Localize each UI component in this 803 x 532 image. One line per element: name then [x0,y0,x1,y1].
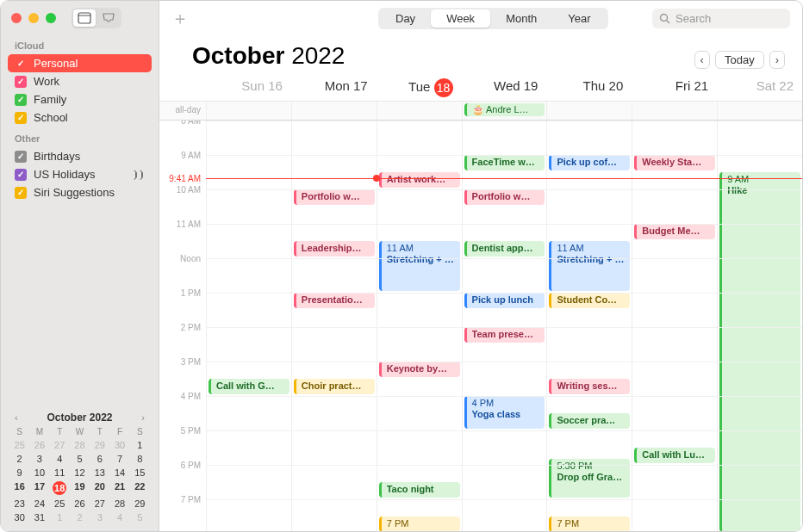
calendar-item[interactable]: ✓US Holidays⦘⦘ [8,165,152,183]
mini-day[interactable]: 23 [9,498,29,509]
day-column[interactable]: Call with G… [206,121,291,531]
calendar-event[interactable]: 11 AM Stretching + weights [549,241,630,291]
day-header[interactable]: Tue 18 [377,73,462,101]
calendar-list-icon[interactable] [73,9,96,27]
zoom-button[interactable] [46,13,56,23]
day-column[interactable]: Weekly Sta…Budget Me…Call with Lu… [632,121,717,531]
calendar-item[interactable]: ✓Birthdays [8,147,152,165]
mini-day[interactable]: 6 [90,454,109,464]
mini-day[interactable]: 26 [70,498,90,509]
calendar-event[interactable]: Leadership… [294,241,375,257]
calendar-event[interactable]: Presentatio… [294,293,375,308]
day-column[interactable]: FaceTime w…Portfolio w…Dentist app…Pick … [462,121,547,531]
mini-day[interactable]: 30 [109,440,129,450]
allday-cell[interactable] [632,102,717,120]
add-event-button[interactable]: ＋ [171,7,189,30]
calendar-item[interactable]: ✓Family [8,90,152,108]
calendar-checkbox[interactable]: ✓ [15,94,27,106]
calendar-item[interactable]: ✓Work [8,72,152,90]
allday-cell[interactable] [291,102,377,120]
calendar-checkbox[interactable]: ✓ [15,169,27,181]
allday-cell[interactable]: 🎂 Andre L… [462,102,547,120]
calendar-checkbox[interactable]: ✓ [15,112,27,124]
mini-day[interactable]: 24 [29,498,49,509]
day-column[interactable]: 9 AM Hike [717,121,802,531]
calendar-item[interactable]: ✓Personal [8,54,152,72]
mini-day[interactable]: 1 [50,512,70,523]
day-column[interactable]: Portfolio w…Leadership…Presentatio…Choir… [291,121,377,531]
mini-day[interactable]: 5 [130,512,150,523]
calendar-checkbox[interactable]: ✓ [15,151,27,163]
next-week-button[interactable]: › [769,51,785,69]
calendar-checkbox[interactable]: ✓ [15,187,27,199]
calendar-event[interactable]: Writing ses… [549,379,630,394]
mini-day[interactable]: 20 [90,481,109,495]
mini-day[interactable]: 17 [29,481,49,495]
mini-day[interactable]: 15 [130,467,150,478]
close-button[interactable] [11,13,22,23]
mini-day[interactable]: 5 [70,454,90,464]
minimize-button[interactable] [28,13,39,23]
mini-day[interactable]: 2 [70,512,90,523]
allday-event[interactable]: 🎂 Andre L… [464,103,545,116]
mini-prev-button[interactable]: ‹ [11,412,22,423]
mini-day[interactable]: 16 [9,481,29,495]
calendar-item[interactable]: ✓Siri Suggestions [8,183,152,201]
mini-day[interactable]: 2 [9,454,29,464]
calendar-event[interactable]: Keynote by… [379,362,460,377]
mini-day[interactable]: 29 [90,440,109,450]
mini-day[interactable]: 12 [70,467,90,478]
day-header[interactable]: Fri 21 [632,73,717,101]
mini-day[interactable]: 29 [130,498,150,509]
mini-next-button[interactable]: › [138,412,148,423]
mini-day[interactable]: 7 [109,454,129,464]
inbox-icon[interactable] [97,9,120,27]
calendar-event[interactable]: Pick up lunch [464,293,545,308]
view-month-button[interactable]: Month [490,9,552,28]
view-week-button[interactable]: Week [431,9,490,28]
mini-day[interactable]: 19 [70,481,90,495]
day-header[interactable]: Sat 22 [717,73,802,101]
mini-day[interactable]: 8 [130,454,150,464]
calendar-event[interactable]: Portfolio w… [464,189,545,205]
mini-day[interactable]: 27 [90,498,109,509]
calendar-event[interactable]: Choir pract… [294,379,375,394]
calendar-event[interactable]: Team prese… [464,327,545,343]
prev-week-button[interactable]: ‹ [694,51,710,69]
week-grid[interactable]: 8 AM9 AM10 AM11 AMNoon1 PM2 PM3 PM4 PM5 … [159,121,802,531]
allday-cell[interactable] [206,102,291,120]
calendar-event[interactable]: 7 PM [379,517,460,531]
mini-day[interactable]: 31 [29,512,49,523]
calendar-event[interactable]: 11 AM Stretching + weights [379,241,460,291]
allday-cell[interactable] [546,102,632,120]
calendar-event[interactable]: Taco night [379,482,460,498]
mini-day[interactable]: 9 [9,467,29,478]
calendar-event[interactable]: Budget Me… [634,224,715,239]
calendar-event[interactable]: Call with G… [209,379,289,394]
calendar-event[interactable]: Pick up cof… [549,155,630,170]
search-field[interactable]: Search [652,9,790,28]
mini-day[interactable]: 26 [29,440,49,450]
calendar-item[interactable]: ✓School [8,108,152,127]
mini-day[interactable]: 30 [9,512,29,523]
calendar-event[interactable]: Soccer pra… [549,413,630,429]
day-header[interactable]: Sun 16 [206,73,291,101]
calendar-event[interactable]: Artist work… [379,172,460,188]
mini-day[interactable]: 4 [50,454,70,464]
allday-cell[interactable] [717,102,802,120]
today-button[interactable]: Today [715,51,764,69]
calendar-event[interactable]: 4 PM Yoga class [464,396,545,429]
mini-day[interactable]: 21 [109,481,129,495]
calendar-checkbox[interactable]: ✓ [15,76,27,88]
view-year-button[interactable]: Year [552,9,606,28]
mini-day[interactable]: 4 [109,512,129,523]
day-column[interactable]: Pick up cof…11 AM Stretching + weightsSt… [546,121,632,531]
day-header[interactable]: Wed 19 [462,73,547,101]
allday-cell[interactable] [377,102,462,120]
mini-day[interactable]: 14 [109,467,129,478]
calendar-event[interactable]: Weekly Sta… [634,155,715,170]
mini-day[interactable]: 11 [50,467,70,478]
mini-day[interactable]: 25 [9,440,29,450]
calendar-event[interactable]: Call with Lu… [634,448,715,463]
calendar-event[interactable]: FaceTime w… [464,155,545,170]
